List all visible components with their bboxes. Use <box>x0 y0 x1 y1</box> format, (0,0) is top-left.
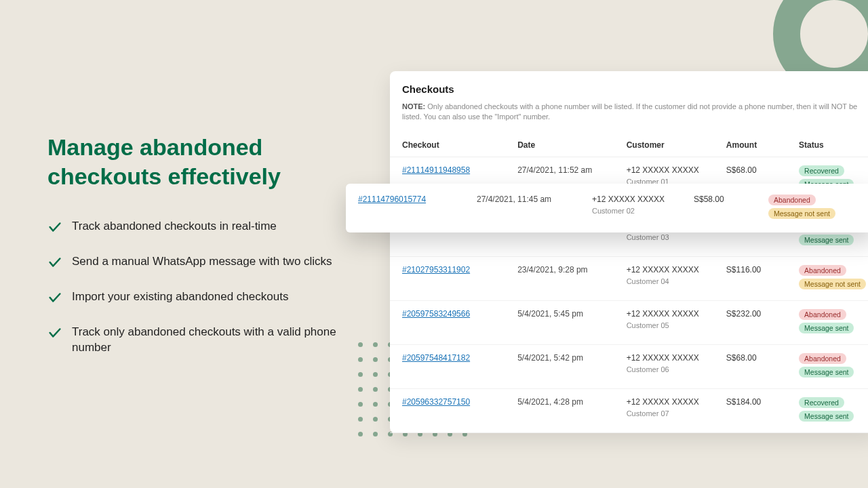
check-icon <box>47 255 62 274</box>
cell-phone: +12 XXXXX XXXXX <box>627 265 702 274</box>
cell-customer-name: Customer 04 <box>627 277 702 285</box>
cell-amount: S$184.00 <box>714 389 787 433</box>
cell-customer-name: Customer 03 <box>627 233 702 241</box>
col-amount: Amount <box>714 134 787 157</box>
status-badge: Message sent <box>799 323 854 333</box>
col-date: Date <box>505 134 614 157</box>
checkout-link[interactable]: #20597548417182 <box>402 353 470 363</box>
checkout-link[interactable]: #20596332757150 <box>402 397 470 407</box>
bullet-text: Send a manual WhatsApp message with two … <box>72 254 332 270</box>
note-text: Only abandoned checkouts with a phone nu… <box>402 102 857 121</box>
bullet-item: Import your existing abandoned checkouts <box>47 289 339 310</box>
cell-date: 27/4/2021, 11:45 am <box>477 195 592 204</box>
status-badge: Message not sent <box>768 208 835 219</box>
cell-amount: S$58.00 <box>694 195 768 204</box>
table-row[interactable]: #205975832495665/4/2021, 5:45 pm+12 XXXX… <box>390 301 868 345</box>
checkout-link[interactable]: #20597583249566 <box>402 309 470 319</box>
status-badge: Abandoned <box>799 353 846 364</box>
bullet-text: Import your existing abandoned checkouts <box>72 289 288 305</box>
highlighted-row[interactable]: #21114796015774 27/4/2021, 11:45 am +12 … <box>346 184 868 232</box>
table-row[interactable]: #2102795331190223/4/2021, 9:28 pm+12 XXX… <box>390 257 868 301</box>
cell-phone: +12 XXXXX XXXXX <box>592 195 694 204</box>
status-badge: Recovered <box>799 397 844 408</box>
bullet-text: Track abandoned checkouts in real-time <box>72 219 277 235</box>
cell-customer-name: Customer 06 <box>627 365 702 373</box>
bullet-item: Send a manual WhatsApp message with two … <box>47 254 339 274</box>
status-badge: Message sent <box>799 235 854 245</box>
status-badge: Message sent <box>799 367 854 378</box>
status-badge: Abandoned <box>768 195 816 205</box>
status-badge: Recovered <box>799 165 844 176</box>
cell-amount: S$68.00 <box>714 345 787 389</box>
cell-customer-name: Customer 02 <box>592 207 694 215</box>
cell-date: 5/4/2021, 5:42 pm <box>505 345 614 389</box>
cell-phone: +12 XXXXX XXXXX <box>627 353 702 363</box>
page-headline: Manage abandoned checkouts effectively <box>47 133 339 190</box>
cell-date: 5/4/2021, 4:28 pm <box>505 389 614 433</box>
bullet-item: Track only abandoned checkouts with a va… <box>47 325 339 356</box>
cell-phone: +12 XXXXX XXXXX <box>627 397 702 407</box>
status-badge: Abandoned <box>799 265 846 276</box>
cell-date: 5/4/2021, 5:45 pm <box>505 301 614 345</box>
cell-phone: +12 XXXXX XXXXX <box>627 165 702 175</box>
panel-note: NOTE: Only abandoned checkouts with a ph… <box>390 102 868 134</box>
check-icon <box>47 290 62 310</box>
check-icon <box>47 325 62 345</box>
status-badge: Abandoned <box>799 309 846 320</box>
cell-phone: +12 XXXXX XXXXX <box>627 309 702 319</box>
cell-amount: S$116.00 <box>714 257 787 301</box>
cell-amount: S$232.00 <box>714 301 787 345</box>
col-customer: Customer <box>614 134 714 157</box>
cell-customer-name: Customer 05 <box>627 321 702 329</box>
note-label: NOTE: <box>402 102 425 110</box>
status-badge: Message not sent <box>799 279 866 289</box>
checkout-link[interactable]: #21027953311902 <box>402 265 470 274</box>
table-row[interactable]: #205975484171825/4/2021, 5:42 pm+12 XXXX… <box>390 345 868 389</box>
col-status: Status <box>787 134 868 157</box>
bullet-text: Track only abandoned checkouts with a va… <box>72 325 339 356</box>
panel-title: Checkouts <box>390 83 868 102</box>
checkouts-table: Checkout Date Customer Amount Status #21… <box>390 134 868 434</box>
status-badge: Message sent <box>799 411 854 422</box>
checkouts-panel: Checkouts NOTE: Only abandoned checkouts… <box>390 71 868 433</box>
col-checkout: Checkout <box>390 134 505 157</box>
table-row[interactable]: #205963327571505/4/2021, 4:28 pm+12 XXXX… <box>390 389 868 433</box>
bullet-item: Track abandoned checkouts in real-time <box>47 219 339 239</box>
cell-date: 23/4/2021, 9:28 pm <box>505 257 614 301</box>
cell-customer-name: Customer 07 <box>627 409 702 418</box>
checkout-link[interactable]: #21114911948958 <box>402 165 470 175</box>
check-icon <box>47 220 62 239</box>
checkout-link[interactable]: #21114796015774 <box>358 195 426 204</box>
marketing-panel: Manage abandoned checkouts effectively T… <box>47 133 339 371</box>
